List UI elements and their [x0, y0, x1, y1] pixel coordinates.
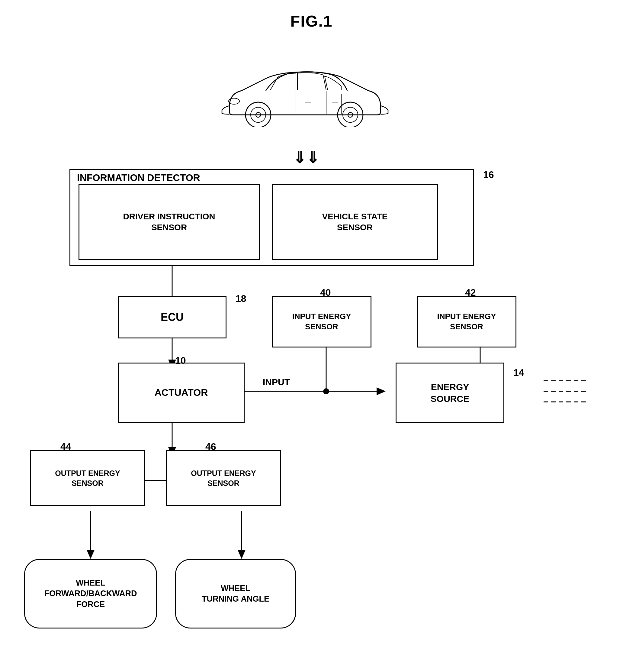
vehicle-state-sensor-box: VEHICLE STATESENSOR	[272, 184, 438, 260]
label-42: 42	[465, 287, 476, 298]
information-detector-label: INFORMATION DETECTOR	[77, 172, 200, 184]
wheel-forward-backward-box: WHEELFORWARD/BACKWARDFORCE	[24, 559, 157, 628]
driver-instruction-sensor-label: DRIVER INSTRUCTIONSENSOR	[123, 211, 215, 233]
input-energy-sensor-42-box: INPUT ENERGYSENSOR	[417, 296, 516, 347]
ecu-box: ECU	[118, 296, 227, 338]
label-14: 14	[513, 367, 524, 378]
svg-text:INPUT: INPUT	[263, 377, 290, 387]
label-44: 44	[60, 441, 71, 452]
input-energy-sensor-40-box: INPUT ENERGYSENSOR	[272, 296, 372, 347]
output-energy-sensor-46-box: OUTPUT ENERGYSENSOR	[166, 450, 281, 506]
label-16: 16	[483, 169, 494, 180]
energy-source-box: ENERGYSOURCE	[395, 363, 504, 423]
svg-marker-37	[238, 550, 245, 559]
svg-text:⇓⇓: ⇓⇓	[293, 149, 320, 167]
actuator-box: ACTUATOR	[118, 363, 245, 423]
vehicle-state-sensor-label: VEHICLE STATESENSOR	[322, 211, 388, 233]
figure-title: FIG.1	[0, 0, 623, 30]
label-40: 40	[320, 287, 331, 298]
label-46: 46	[205, 441, 216, 452]
driver-instruction-sensor-box: DRIVER INSTRUCTIONSENSOR	[79, 184, 260, 260]
svg-point-18	[323, 388, 329, 394]
svg-marker-35	[87, 550, 94, 559]
label-18: 18	[236, 293, 246, 304]
output-energy-sensor-44-box: OUTPUT ENERGYSENSOR	[30, 450, 145, 506]
car-illustration	[211, 60, 393, 127]
diagram: ⇓⇓ INPUT	[0, 30, 623, 665]
label-10: 10	[175, 355, 186, 366]
wheel-turning-angle-box: WHEELTURNING ANGLE	[175, 559, 296, 628]
svg-marker-19	[377, 387, 386, 395]
